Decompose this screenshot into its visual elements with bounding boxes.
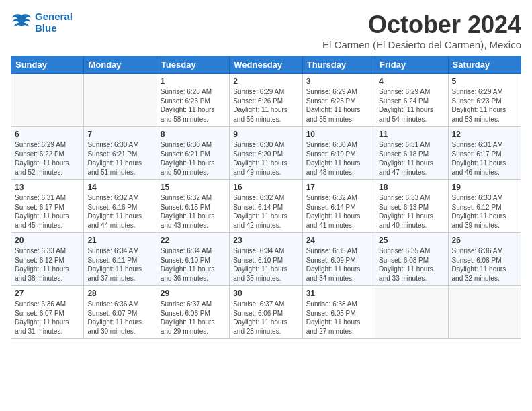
calendar-cell: 23Sunrise: 6:34 AM Sunset: 6:10 PM Dayli… [230, 233, 302, 286]
weekday-header-saturday: Saturday [448, 56, 521, 74]
day-info: Sunrise: 6:32 AM Sunset: 6:14 PM Dayligh… [306, 193, 371, 230]
calendar-cell: 4Sunrise: 6:29 AM Sunset: 6:24 PM Daylig… [375, 74, 448, 127]
day-number: 25 [379, 236, 444, 245]
day-number: 22 [161, 236, 226, 245]
day-number: 30 [233, 289, 298, 298]
calendar-cell: 27Sunrise: 6:36 AM Sunset: 6:07 PM Dayli… [11, 286, 84, 339]
day-number: 12 [452, 130, 517, 139]
day-info: Sunrise: 6:34 AM Sunset: 6:10 PM Dayligh… [233, 246, 298, 283]
day-info: Sunrise: 6:31 AM Sunset: 6:17 PM Dayligh… [452, 140, 517, 177]
day-number: 18 [379, 183, 444, 192]
day-info: Sunrise: 6:36 AM Sunset: 6:08 PM Dayligh… [452, 246, 517, 283]
day-number: 4 [379, 77, 444, 86]
day-number: 6 [15, 130, 80, 139]
calendar-cell: 12Sunrise: 6:31 AM Sunset: 6:17 PM Dayli… [448, 127, 521, 180]
calendar-cell: 13Sunrise: 6:31 AM Sunset: 6:17 PM Dayli… [11, 180, 84, 233]
day-info: Sunrise: 6:34 AM Sunset: 6:11 PM Dayligh… [87, 246, 152, 283]
calendar-cell: 6Sunrise: 6:29 AM Sunset: 6:22 PM Daylig… [11, 127, 84, 180]
day-number: 9 [233, 130, 298, 139]
location-title: El Carmen (El Desierto del Carmen), Mexi… [322, 39, 521, 50]
calendar-cell [448, 286, 521, 339]
logo-text: General Blue [35, 11, 73, 34]
calendar-cell: 25Sunrise: 6:35 AM Sunset: 6:08 PM Dayli… [375, 233, 448, 286]
day-info: Sunrise: 6:29 AM Sunset: 6:23 PM Dayligh… [452, 87, 517, 124]
weekday-header-friday: Friday [375, 56, 448, 74]
day-info: Sunrise: 6:30 AM Sunset: 6:21 PM Dayligh… [87, 140, 152, 177]
day-info: Sunrise: 6:38 AM Sunset: 6:05 PM Dayligh… [306, 300, 371, 336]
day-info: Sunrise: 6:28 AM Sunset: 6:26 PM Dayligh… [161, 87, 226, 124]
day-number: 1 [161, 77, 226, 86]
calendar-cell: 29Sunrise: 6:37 AM Sunset: 6:06 PM Dayli… [157, 286, 229, 339]
day-number: 17 [306, 183, 371, 192]
calendar-cell: 22Sunrise: 6:34 AM Sunset: 6:10 PM Dayli… [157, 233, 229, 286]
calendar-cell: 24Sunrise: 6:35 AM Sunset: 6:09 PM Dayli… [302, 233, 375, 286]
calendar-cell [11, 74, 84, 127]
calendar-cell: 16Sunrise: 6:32 AM Sunset: 6:14 PM Dayli… [230, 180, 302, 233]
page-header: General Blue October 2024 El Carmen (El … [11, 11, 521, 50]
day-info: Sunrise: 6:32 AM Sunset: 6:15 PM Dayligh… [161, 193, 226, 230]
day-info: Sunrise: 6:33 AM Sunset: 6:12 PM Dayligh… [452, 193, 517, 230]
calendar-cell: 26Sunrise: 6:36 AM Sunset: 6:08 PM Dayli… [448, 233, 521, 286]
calendar-cell: 2Sunrise: 6:29 AM Sunset: 6:26 PM Daylig… [230, 74, 302, 127]
logo-bird-icon [11, 13, 32, 32]
day-info: Sunrise: 6:30 AM Sunset: 6:20 PM Dayligh… [233, 140, 298, 177]
title-block: October 2024 El Carmen (El Desierto del … [322, 11, 521, 50]
day-info: Sunrise: 6:33 AM Sunset: 6:13 PM Dayligh… [379, 193, 444, 230]
calendar-cell: 17Sunrise: 6:32 AM Sunset: 6:14 PM Dayli… [302, 180, 375, 233]
day-number: 11 [379, 130, 444, 139]
day-info: Sunrise: 6:30 AM Sunset: 6:21 PM Dayligh… [161, 140, 226, 177]
day-info: Sunrise: 6:32 AM Sunset: 6:14 PM Dayligh… [233, 193, 298, 230]
day-number: 10 [306, 130, 371, 139]
weekday-header-wednesday: Wednesday [230, 56, 302, 74]
calendar-cell [84, 74, 157, 127]
day-number: 7 [87, 130, 152, 139]
day-number: 28 [87, 289, 152, 298]
calendar-cell [375, 286, 448, 339]
day-info: Sunrise: 6:29 AM Sunset: 6:26 PM Dayligh… [233, 87, 298, 124]
weekday-header-thursday: Thursday [302, 56, 375, 74]
day-info: Sunrise: 6:32 AM Sunset: 6:16 PM Dayligh… [87, 193, 152, 230]
day-number: 24 [306, 236, 371, 245]
day-number: 27 [15, 289, 80, 298]
day-number: 29 [161, 289, 226, 298]
day-number: 16 [233, 183, 298, 192]
calendar-cell: 28Sunrise: 6:36 AM Sunset: 6:07 PM Dayli… [84, 286, 157, 339]
day-info: Sunrise: 6:30 AM Sunset: 6:19 PM Dayligh… [306, 140, 371, 177]
weekday-header-tuesday: Tuesday [157, 56, 229, 74]
day-number: 8 [161, 130, 226, 139]
weekday-header-sunday: Sunday [11, 56, 84, 74]
day-info: Sunrise: 6:34 AM Sunset: 6:10 PM Dayligh… [161, 246, 226, 283]
day-info: Sunrise: 6:29 AM Sunset: 6:25 PM Dayligh… [306, 87, 371, 124]
calendar-cell: 31Sunrise: 6:38 AM Sunset: 6:05 PM Dayli… [302, 286, 375, 339]
week-row-1: 1Sunrise: 6:28 AM Sunset: 6:26 PM Daylig… [11, 74, 521, 127]
day-number: 23 [233, 236, 298, 245]
week-row-5: 27Sunrise: 6:36 AM Sunset: 6:07 PM Dayli… [11, 286, 521, 339]
calendar-cell: 30Sunrise: 6:37 AM Sunset: 6:06 PM Dayli… [230, 286, 302, 339]
day-info: Sunrise: 6:33 AM Sunset: 6:12 PM Dayligh… [15, 246, 80, 283]
calendar-cell: 11Sunrise: 6:31 AM Sunset: 6:18 PM Dayli… [375, 127, 448, 180]
day-info: Sunrise: 6:36 AM Sunset: 6:07 PM Dayligh… [87, 300, 152, 336]
day-number: 2 [233, 77, 298, 86]
day-number: 19 [452, 183, 517, 192]
day-info: Sunrise: 6:36 AM Sunset: 6:07 PM Dayligh… [15, 300, 80, 336]
day-number: 20 [15, 236, 80, 245]
calendar-cell: 7Sunrise: 6:30 AM Sunset: 6:21 PM Daylig… [84, 127, 157, 180]
day-number: 31 [306, 289, 371, 298]
week-row-2: 6Sunrise: 6:29 AM Sunset: 6:22 PM Daylig… [11, 127, 521, 180]
month-title: October 2024 [322, 11, 521, 39]
calendar-table: SundayMondayTuesdayWednesdayThursdayFrid… [11, 56, 521, 339]
calendar-cell: 10Sunrise: 6:30 AM Sunset: 6:19 PM Dayli… [302, 127, 375, 180]
weekday-header-monday: Monday [84, 56, 157, 74]
calendar-cell: 15Sunrise: 6:32 AM Sunset: 6:15 PM Dayli… [157, 180, 229, 233]
calendar-cell: 20Sunrise: 6:33 AM Sunset: 6:12 PM Dayli… [11, 233, 84, 286]
day-number: 5 [452, 77, 517, 86]
calendar-cell: 18Sunrise: 6:33 AM Sunset: 6:13 PM Dayli… [375, 180, 448, 233]
calendar-cell: 14Sunrise: 6:32 AM Sunset: 6:16 PM Dayli… [84, 180, 157, 233]
day-number: 26 [452, 236, 517, 245]
day-number: 15 [161, 183, 226, 192]
calendar-cell: 21Sunrise: 6:34 AM Sunset: 6:11 PM Dayli… [84, 233, 157, 286]
day-info: Sunrise: 6:37 AM Sunset: 6:06 PM Dayligh… [161, 300, 226, 336]
weekday-header-row: SundayMondayTuesdayWednesdayThursdayFrid… [11, 56, 521, 74]
day-info: Sunrise: 6:31 AM Sunset: 6:17 PM Dayligh… [15, 193, 80, 230]
week-row-4: 20Sunrise: 6:33 AM Sunset: 6:12 PM Dayli… [11, 233, 521, 286]
